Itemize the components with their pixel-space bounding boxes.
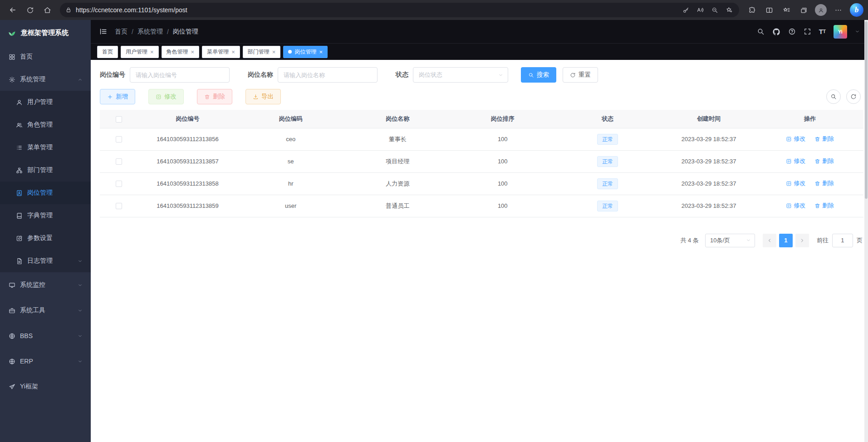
breadcrumb-home[interactable]: 首页 bbox=[115, 28, 128, 36]
collections-icon[interactable] bbox=[795, 2, 812, 18]
row-edit-link[interactable]: 修改 bbox=[786, 179, 805, 187]
sidebar-item-home[interactable]: 首页 bbox=[0, 45, 91, 68]
delete-link-label: 删除 bbox=[822, 201, 834, 210]
favorites-bar-icon[interactable] bbox=[778, 2, 794, 18]
sidebar-menu: 首页 系统管理 用户管理 角色管理 菜单管理 bbox=[0, 45, 91, 442]
next-page-button[interactable] bbox=[795, 234, 809, 247]
sidebar-item-user-mgmt[interactable]: 用户管理 bbox=[0, 91, 91, 113]
bing-copilot-icon[interactable]: b bbox=[850, 3, 863, 17]
reset-button[interactable]: 重置 bbox=[563, 67, 598, 83]
cell-created-time: 2023-03-29 18:52:37 bbox=[661, 172, 756, 195]
row-edit-link[interactable]: 修改 bbox=[786, 201, 805, 210]
row-delete-link[interactable]: 删除 bbox=[814, 157, 834, 165]
home-icon[interactable] bbox=[39, 2, 55, 18]
row-checkbox[interactable] bbox=[116, 203, 122, 209]
address-bar[interactable]: https://ccnetcore.com:1101/system/post bbox=[60, 3, 739, 17]
post-code-input[interactable] bbox=[130, 67, 230, 83]
edit-link-label: 修改 bbox=[794, 179, 805, 187]
sidebar-item-menu-mgmt[interactable]: 菜单管理 bbox=[0, 136, 91, 159]
tab-menu-mgmt[interactable]: 菜单管理 × bbox=[202, 46, 240, 58]
collapse-sidebar-icon[interactable] bbox=[99, 27, 108, 36]
close-icon[interactable]: × bbox=[319, 49, 323, 55]
sidebar-item-dict-mgmt[interactable]: 字典管理 bbox=[0, 204, 91, 227]
zoom-icon[interactable] bbox=[707, 4, 722, 16]
sidebar-item-log-mgmt[interactable]: 日志管理 bbox=[0, 250, 91, 272]
toolbar-right bbox=[826, 89, 863, 104]
sidebar-item-dept-mgmt[interactable]: 部门管理 bbox=[0, 159, 91, 182]
tab-dept-mgmt[interactable]: 部门管理 × bbox=[243, 46, 281, 58]
fullscreen-icon[interactable] bbox=[804, 28, 811, 35]
sidebar-item-yi-framework[interactable]: Yi框架 bbox=[0, 374, 91, 399]
add-favorite-star-icon[interactable] bbox=[722, 4, 736, 16]
edit-button-label: 修改 bbox=[164, 93, 177, 101]
status-badge: 正常 bbox=[597, 156, 618, 167]
goto-page-input[interactable] bbox=[832, 234, 853, 247]
page-content: 岗位编号 岗位名称 状态 岗位状态 搜索 bbox=[91, 60, 868, 442]
scrollbar-thumb[interactable] bbox=[865, 21, 868, 199]
tab-home[interactable]: 首页 bbox=[97, 46, 118, 58]
sidebar-item-system-monitor[interactable]: 系统监控 bbox=[0, 272, 91, 298]
cell-post-sort: 100 bbox=[451, 195, 554, 217]
sidebar-item-role-mgmt[interactable]: 角色管理 bbox=[0, 113, 91, 136]
url-text[interactable]: https://ccnetcore.com:1101/system/post bbox=[76, 6, 678, 14]
sidebar-item-system-mgmt[interactable]: 系统管理 bbox=[0, 68, 91, 91]
prev-page-button[interactable] bbox=[763, 234, 776, 247]
chevron-down-icon bbox=[498, 73, 503, 78]
close-icon[interactable]: × bbox=[191, 49, 195, 55]
sidebar-item-param-settings[interactable]: 参数设置 bbox=[0, 227, 91, 250]
search-button[interactable]: 搜索 bbox=[521, 67, 556, 83]
tab-post-mgmt[interactable]: 岗位管理 × bbox=[283, 46, 328, 58]
breadcrumb-system-mgmt[interactable]: 系统管理 bbox=[137, 28, 163, 36]
tab-user-mgmt[interactable]: 用户管理 × bbox=[121, 46, 159, 58]
chevron-down-icon[interactable] bbox=[855, 29, 860, 34]
select-all-checkbox[interactable] bbox=[116, 116, 122, 123]
menu-list-icon bbox=[15, 144, 23, 151]
help-icon[interactable] bbox=[788, 28, 796, 35]
sidebar-item-post-mgmt[interactable]: 岗位管理 bbox=[0, 182, 91, 204]
sidebar-item-system-tools[interactable]: 系统工具 bbox=[0, 298, 91, 323]
status-select[interactable]: 岗位状态 bbox=[413, 67, 508, 83]
user-avatar[interactable]: Yi bbox=[834, 25, 847, 39]
sidebar-item-bbs[interactable]: BBS bbox=[0, 323, 91, 349]
row-edit-link[interactable]: 修改 bbox=[786, 135, 805, 143]
row-delete-link[interactable]: 删除 bbox=[814, 201, 834, 210]
export-button[interactable]: 导出 bbox=[245, 89, 281, 104]
toggle-search-icon[interactable] bbox=[826, 89, 841, 104]
browser-menu-icon[interactable] bbox=[830, 2, 846, 18]
refresh-icon[interactable] bbox=[22, 2, 38, 18]
page-number-button[interactable]: 1 bbox=[779, 234, 793, 247]
read-aloud-icon[interactable] bbox=[693, 4, 707, 16]
row-delete-link[interactable]: 删除 bbox=[814, 135, 834, 143]
github-icon[interactable] bbox=[772, 28, 780, 36]
add-button[interactable]: 新增 bbox=[100, 89, 135, 104]
row-checkbox[interactable] bbox=[116, 158, 122, 165]
row-delete-link[interactable]: 删除 bbox=[814, 179, 834, 187]
chevron-down-icon bbox=[78, 334, 83, 339]
close-icon[interactable]: × bbox=[150, 49, 154, 55]
delete-button[interactable]: 删除 bbox=[197, 89, 232, 104]
post-name-input[interactable] bbox=[278, 67, 378, 83]
password-key-icon[interactable] bbox=[678, 4, 693, 16]
close-icon[interactable]: × bbox=[272, 49, 276, 55]
sidebar-item-erp[interactable]: ERP bbox=[0, 349, 91, 374]
row-checkbox[interactable] bbox=[116, 181, 122, 187]
cell-post-sort: 100 bbox=[451, 150, 554, 172]
row-edit-link[interactable]: 修改 bbox=[786, 157, 805, 165]
refresh-table-icon[interactable] bbox=[846, 89, 861, 104]
row-checkbox[interactable] bbox=[116, 136, 122, 142]
split-screen-icon[interactable] bbox=[761, 2, 777, 18]
extensions-icon[interactable] bbox=[744, 2, 760, 18]
font-size-icon[interactable]: TT bbox=[819, 28, 826, 35]
profile-avatar[interactable] bbox=[813, 2, 829, 18]
globe-icon bbox=[8, 358, 15, 365]
page-size-select[interactable]: 10条/页 bbox=[705, 234, 755, 247]
avatar-text: Yi bbox=[838, 29, 843, 34]
back-icon[interactable] bbox=[5, 2, 21, 18]
cell-post-code: ceo bbox=[237, 128, 344, 150]
tab-role-mgmt[interactable]: 角色管理 × bbox=[162, 46, 200, 58]
page-scrollbar bbox=[864, 20, 868, 442]
search-icon[interactable] bbox=[757, 28, 765, 35]
edit-button[interactable]: 修改 bbox=[148, 89, 184, 104]
app-logo: 意框架管理系统 bbox=[0, 20, 91, 45]
close-icon[interactable]: × bbox=[231, 49, 235, 55]
